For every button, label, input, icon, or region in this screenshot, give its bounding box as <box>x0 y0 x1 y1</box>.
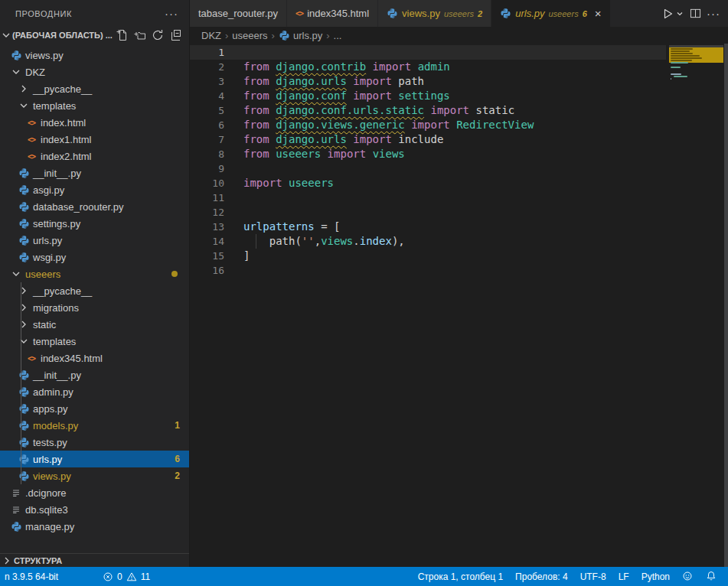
minimap[interactable] <box>669 44 723 567</box>
code-line-12[interactable]: 12 <box>190 205 666 220</box>
tree-file-models.py[interactable]: models.py1 <box>0 417 189 434</box>
encoding[interactable]: UTF-8 <box>577 567 609 586</box>
problems-count-badge: 6 <box>175 454 180 464</box>
code-line-15[interactable]: 15] <box>190 249 666 263</box>
code-line-2[interactable]: 2from django.contrib import admin <box>190 60 666 74</box>
code-line-8[interactable]: 8from useeers import views <box>190 147 666 161</box>
tree-file-admin.py[interactable]: admin.py <box>0 383 189 400</box>
run-button[interactable] <box>659 5 676 22</box>
tree-file-urls.py[interactable]: urls.py <box>0 232 189 249</box>
breadcrumb-item-...[interactable]: ... <box>334 30 342 41</box>
split-editor-button[interactable] <box>687 5 704 22</box>
breadcrumb-item-urls.py[interactable]: urls.py <box>279 30 322 41</box>
line-number: 10 <box>190 176 224 190</box>
refresh-button[interactable] <box>152 29 164 41</box>
code-line-5[interactable]: 5from django.conf.urls.static import sta… <box>190 103 666 118</box>
feedback-button[interactable] <box>679 567 697 586</box>
tab-urls[interactable]: urls.pyuseeers6× <box>491 0 610 27</box>
file-icon <box>11 487 21 498</box>
more-actions-button[interactable]: ··· <box>705 5 722 22</box>
tree-file-__init__.py[interactable]: __init__.py <box>0 366 189 383</box>
code-line-10[interactable]: 10import useeers <box>190 176 666 190</box>
tree-folder-migrations[interactable]: migrations <box>0 299 189 316</box>
new-folder-button[interactable] <box>134 29 146 41</box>
code-line-text: from django.contrib import admin <box>243 60 450 74</box>
python-interpreter-status[interactable]: n 3.9.5 64-bit <box>2 567 61 586</box>
tab-views[interactable]: views.pyuseeers2 <box>378 0 491 27</box>
tree-folder-DKZ[interactable]: DKZ <box>0 63 189 80</box>
tree-folder-__pycache__[interactable]: __pycache__ <box>0 282 189 299</box>
code-line-4[interactable]: 4from django.conf import settings <box>190 89 666 103</box>
error-count: 0 <box>117 571 122 582</box>
tree-item-label: index345.html <box>41 353 103 364</box>
code-line-11[interactable]: 11 <box>190 190 666 205</box>
code-line-14[interactable]: 14 path('',views.index), <box>190 234 666 249</box>
tree-file-.dcignore[interactable]: .dcignore <box>0 484 189 501</box>
tree-item-label: migrations <box>33 302 79 314</box>
workspace-section-header[interactable]: (РАБОЧАЯ ОБЛАСТЬ) ... <box>0 27 189 44</box>
explorer-more-actions-button[interactable]: ··· <box>165 7 178 20</box>
tree-file-tests.py[interactable]: tests.py <box>0 434 189 451</box>
cursor-position[interactable]: Строка 1, столбец 1 <box>415 567 506 586</box>
code-editor[interactable]: 12from django.contrib import admin3from … <box>190 44 728 567</box>
tree-folder-templates[interactable]: templates <box>0 97 189 114</box>
line-number: 12 <box>190 205 224 220</box>
minimap-current-line <box>669 45 723 47</box>
problems-status[interactable]: 011 <box>100 567 153 586</box>
close-tab-icon[interactable]: × <box>595 8 602 19</box>
tree-indent-guide <box>21 282 21 484</box>
tree-file-index1.html[interactable]: <>index1.html <box>0 131 189 148</box>
line-number: 1 <box>190 45 224 60</box>
tree-file-asgi.py[interactable]: asgi.py <box>0 181 189 198</box>
tab-index345[interactable]: <>index345.html <box>287 0 378 27</box>
new-file-button[interactable] <box>116 29 129 41</box>
tree-folder-useeers[interactable]: useeers <box>0 265 189 282</box>
tree-file-wsgi.py[interactable]: wsgi.py <box>0 249 189 265</box>
tree-file-settings.py[interactable]: settings.py <box>0 215 189 232</box>
tree-folder-static[interactable]: static <box>0 316 189 333</box>
code-line-text: ] <box>243 249 250 263</box>
tab-database-roouter[interactable]: tabase_roouter.py <box>190 0 287 27</box>
code-line-13[interactable]: 13urlpatterns = [ <box>190 220 666 234</box>
tree-folder-templates[interactable]: templates <box>0 333 189 350</box>
tree-file-db.sqlite3[interactable]: db.sqlite3 <box>0 501 189 518</box>
language-mode[interactable]: Python <box>638 567 673 586</box>
tree-item-label: DKZ <box>25 67 45 78</box>
code-line-1[interactable]: 1 <box>190 45 666 60</box>
modified-dot-badge <box>171 271 178 277</box>
tree-file-manage.py[interactable]: manage.py <box>0 518 189 535</box>
warning-icon <box>126 571 137 582</box>
python-icon <box>18 386 30 398</box>
error-icon <box>103 571 113 582</box>
code-line-9[interactable]: 9 <box>190 161 666 176</box>
indentation[interactable]: Пробелов: 4 <box>512 567 571 586</box>
code-line-16[interactable]: 16 <box>190 263 666 278</box>
tree-item-label: index1.html <box>41 134 91 145</box>
eol[interactable]: LF <box>615 567 632 586</box>
tree-item-label: admin.py <box>33 386 73 398</box>
tree-file-index.html[interactable]: <>index.html <box>0 114 189 131</box>
tree-file-urls.py[interactable]: urls.py6 <box>0 451 189 467</box>
tree-file-views.py[interactable]: views.py2 <box>0 467 189 484</box>
tree-file-index345.html[interactable]: <>index345.html <box>0 350 189 366</box>
tree-item-label: static <box>33 319 56 330</box>
breadcrumb-item-DKZ[interactable]: DKZ <box>201 30 221 41</box>
tree-file-__init__.py[interactable]: __init__.py <box>0 164 189 181</box>
tree-file-apps.py[interactable]: apps.py <box>0 400 189 417</box>
code-line-6[interactable]: 6from django.views.generic import Redire… <box>190 118 666 132</box>
notifications-button[interactable] <box>703 567 720 586</box>
code-line-3[interactable]: 3from django.urls import path <box>190 74 666 89</box>
tree-folder-__pycache__[interactable]: __pycache__ <box>0 80 189 97</box>
tree-file-index2.html[interactable]: <>index2.html <box>0 148 189 164</box>
breadcrumb-item-useeers[interactable]: useeers <box>232 30 267 41</box>
collapse-folders-button[interactable] <box>169 29 181 41</box>
outline-section-header[interactable]: СТРУКТУРА <box>0 553 189 567</box>
tree-file-views.py[interactable]: views.py <box>0 47 189 63</box>
python-icon <box>18 420 30 431</box>
run-dropdown[interactable] <box>674 5 685 22</box>
tree-file-database_roouter.py[interactable]: database_roouter.py <box>0 198 189 215</box>
code-line-7[interactable]: 7from django.urls import include <box>190 132 666 147</box>
chevron-down-icon <box>10 268 22 280</box>
editor-scrollbar[interactable] <box>724 44 728 567</box>
breadcrumb-separator: › <box>225 30 228 41</box>
